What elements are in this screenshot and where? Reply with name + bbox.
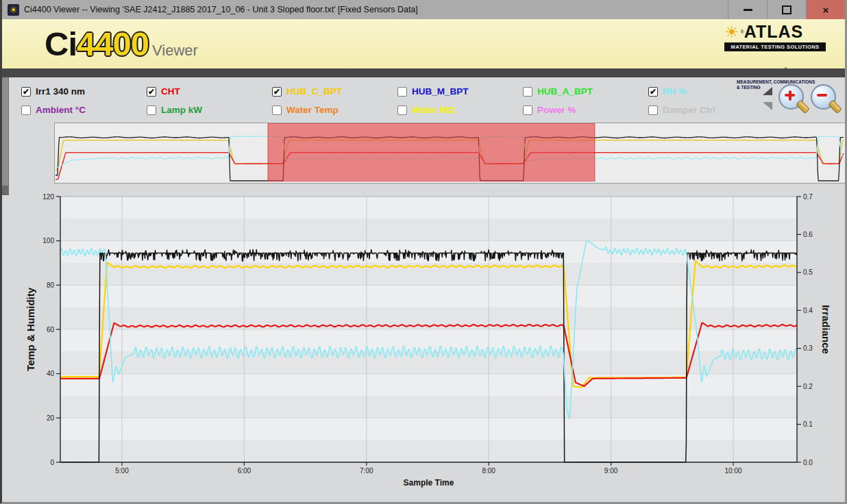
- channel-toggle-lamp-kw[interactable]: Lamp kW: [147, 101, 272, 119]
- checkbox-unchecked-icon[interactable]: [147, 105, 156, 115]
- checkbox-unchecked-icon[interactable]: [21, 105, 31, 115]
- channel-toggle-cht[interactable]: ✔CHT: [147, 82, 272, 101]
- tick-label-left: 80: [47, 281, 55, 289]
- checkbox-checked-icon[interactable]: ✔: [21, 87, 31, 97]
- tick-label-bottom: 8:00: [482, 467, 495, 475]
- checkbox-checked-icon[interactable]: ✔: [648, 87, 658, 97]
- channel-toggle-ambient-c[interactable]: Ambient °C: [21, 101, 147, 119]
- channel-toggle-power-[interactable]: Power %: [523, 101, 648, 119]
- tick-label-bottom: 5:00: [115, 467, 129, 475]
- selection-region[interactable]: [268, 123, 595, 181]
- atlas-name: ATLAS: [744, 22, 803, 42]
- tick-label-left: 40: [47, 370, 55, 377]
- main-chart: 0204060801001200.00.10.20.30.40.50.60.75…: [2, 186, 847, 504]
- maximize-button[interactable]: [767, 0, 806, 19]
- channel-label: Lamp kW: [161, 105, 202, 115]
- channel-label: Power %: [537, 105, 576, 115]
- channel-toggle-panel: ✔Irr1 340 nm✔CHT✔HUB_C_BPTHUB_M_BPTHUB_A…: [21, 82, 774, 119]
- channel-label: HUB_M_BPT: [412, 86, 469, 97]
- logo-ci-text: Ci: [45, 25, 77, 63]
- channel-label: Water MΩ: [412, 105, 455, 115]
- header-separator: [2, 68, 845, 77]
- y-axis-label-left: Temp & Humidity: [25, 287, 36, 371]
- overview-chart: [55, 123, 844, 181]
- channel-label: Water Temp: [286, 105, 339, 115]
- tick-label-right: 0.5: [803, 268, 813, 276]
- channel-toggle-irr1-340-nm[interactable]: ✔Irr1 340 nm: [21, 82, 147, 101]
- tick-label-right: 0.2: [803, 383, 813, 390]
- tick-label-right: 0.6: [803, 231, 813, 238]
- atlas-sun-icon: ☀: [724, 24, 739, 40]
- zoom-out-button[interactable]: [811, 84, 842, 116]
- x-axis-label: Sample Time: [404, 478, 454, 488]
- app-window: ☀ Ci4400 Viewer -- Viewing 'SAE J2412_J1…: [0, 0, 847, 504]
- overview-strip[interactable]: [54, 123, 846, 184]
- maximize-icon: [782, 5, 791, 14]
- logo-4400-text: 4400: [77, 25, 149, 63]
- channel-toggle-water-m-[interactable]: Water MΩ: [397, 101, 523, 119]
- header-banner: Ci4400 Viewer ☀® ATLAS MATERIAL TESTING …: [2, 19, 845, 68]
- channel-toggle-water-temp[interactable]: Water Temp: [272, 101, 397, 119]
- channel-label: HUB_A_BPT: [537, 86, 593, 97]
- channel-toggle-hub-a-bpt[interactable]: HUB_A_BPT: [523, 82, 648, 101]
- channel-toggle-hub-c-bpt[interactable]: ✔HUB_C_BPT: [272, 82, 397, 101]
- tick-label-left: 0: [50, 459, 54, 466]
- window-title: Ci4400 Viewer -- Viewing 'SAE J2412_J188…: [24, 5, 418, 14]
- logo-viewer-text: Viewer: [152, 42, 198, 60]
- checkbox-checked-icon[interactable]: ✔: [147, 87, 156, 97]
- ci4400-logo: Ci4400 Viewer: [45, 25, 198, 63]
- minimize-icon: [744, 9, 752, 11]
- checkbox-unchecked-icon[interactable]: [397, 105, 407, 115]
- close-button[interactable]: ×: [806, 0, 845, 19]
- channel-label: Irr1 340 nm: [36, 86, 85, 97]
- channel-label: Damper Ctrl: [663, 105, 715, 115]
- tick-label-right: 0.1: [803, 420, 813, 428]
- title-bar: ☀ Ci4400 Viewer -- Viewing 'SAE J2412_J1…: [2, 0, 845, 20]
- zoom-in-button[interactable]: [778, 84, 810, 116]
- tick-label-right: 0.0: [803, 459, 813, 466]
- checkbox-unchecked-icon[interactable]: [523, 87, 532, 97]
- tick-label-left: 120: [42, 193, 54, 201]
- channel-toggle-hub-m-bpt[interactable]: HUB_M_BPT: [397, 82, 523, 101]
- zoom-in-handle-icon: [796, 100, 810, 114]
- tick-label-left: 60: [47, 326, 55, 333]
- close-icon: ×: [823, 5, 829, 15]
- channel-label: RH %: [663, 86, 687, 97]
- main-chart-container: 0204060801001200.00.10.20.30.40.50.60.75…: [2, 186, 847, 504]
- tick-label-bottom: 10:00: [724, 467, 741, 475]
- checkbox-unchecked-icon[interactable]: [648, 105, 658, 115]
- channel-label: HUB_C_BPT: [286, 86, 342, 97]
- tick-label-left: 100: [42, 237, 54, 244]
- checkbox-unchecked-icon[interactable]: [272, 105, 282, 115]
- left-gutter: [2, 77, 9, 195]
- tick-label-right: 0.3: [803, 344, 813, 352]
- tick-label-right: 0.4: [803, 307, 813, 314]
- tick-label-left: 20: [47, 414, 55, 422]
- tick-label-bottom: 9:00: [604, 467, 618, 475]
- checkbox-checked-icon[interactable]: ✔: [272, 87, 282, 97]
- checkbox-unchecked-icon[interactable]: [397, 87, 407, 97]
- atlas-logo: ☀® ATLAS MATERIAL TESTING SOLUTIONS: [724, 22, 826, 51]
- tick-label-bottom: 6:00: [238, 467, 251, 475]
- channel-toggle-damper-ctrl[interactable]: Damper Ctrl: [648, 101, 774, 119]
- channel-label: Ambient °C: [36, 105, 86, 115]
- tick-label-bottom: 7:00: [360, 467, 373, 475]
- zoom-out-handle-icon: [828, 100, 842, 114]
- atlas-tagline: MATERIAL TESTING SOLUTIONS: [724, 42, 826, 51]
- minimize-button[interactable]: [728, 0, 767, 19]
- channel-toggle-rh-[interactable]: ✔RH %: [648, 82, 774, 101]
- app-icon: ☀: [8, 4, 19, 16]
- plot-area[interactable]: [60, 197, 797, 462]
- channel-label: CHT: [161, 86, 180, 97]
- tick-label-right: 0.7: [803, 193, 813, 201]
- y-axis-label-right: Irradiance: [820, 305, 832, 354]
- checkbox-unchecked-icon[interactable]: [523, 105, 532, 115]
